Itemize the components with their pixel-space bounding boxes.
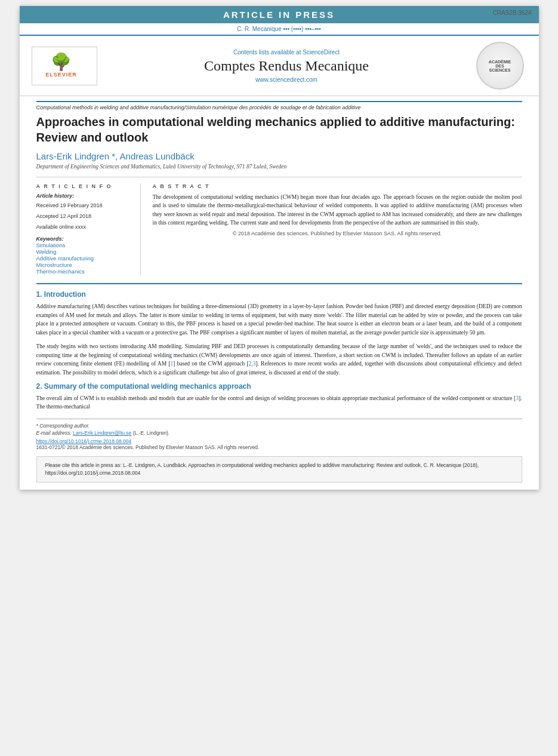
article-history: Article history: Received 19 February 20… [36,193,133,231]
keyword-simulations[interactable]: Simulations [36,242,133,248]
journal-title: Comptes Rendus Mecanique [109,58,464,74]
elsevier-logo: 🌳 ELSEVIER [35,50,88,82]
doi-line: https://doi.org/10.1016/j.crme.2018.08.0… [36,438,522,444]
section2-paragraph1: The overall aim of CWM is to establish m… [36,394,522,411]
bottom-bar: Please cite this article in press as: L.… [36,456,522,483]
section1-paragraph1: Additive manufacturing (AM) describes va… [36,302,522,337]
article-info-header: A R T I C L E I N F O [36,183,133,189]
elsevier-wordmark: ELSEVIER [45,72,77,78]
authors: Lars-Erik Lindgren *, Andreas Lundbäck [36,151,522,161]
academy-logo: ACADÉMIEDESSCIENCES [476,42,524,90]
section1-paragraph2: The study begins with two sections intro… [36,342,522,377]
email-after: (L.-E. Lindgren). [133,430,169,436]
keywords-section: Keywords: Simulations Welding Additive m… [36,236,133,275]
journal-title-area: Contents lists available at ScienceDirec… [97,49,476,83]
ref1-link[interactable]: 1 [170,361,173,367]
abstract-column: A B S T R A C T The development of compu… [153,183,522,275]
footnote-section: * Corresponding author. E-mail address: … [36,419,522,450]
authors-text: Lars-Erik Lindgren *, Andreas Lundbäck [36,151,195,161]
abstract-copyright: © 2018 Académie des sciences. Published … [153,231,522,236]
ref2-link[interactable]: 2,3 [249,361,256,367]
abstract-text: The development of computational welding… [153,193,522,227]
email-link[interactable]: Lars-Erik.Lindgren@ltu.se [73,430,131,436]
article-in-press-banner: ARTICLE IN PRESS [20,6,539,23]
abstract-header: A B S T R A C T [153,183,522,189]
academy-logo-area: ACADÉMIEDESSCIENCES [476,42,527,90]
history-label: Article history: [36,193,133,199]
article-info-column: A R T I C L E I N F O Article history: R… [36,183,141,275]
journal-citation: C. R. Mecanique ••• (••••) •••–••• [20,23,539,35]
elsevier-logo-area: 🌳 ELSEVIER [32,47,97,85]
email-label: E-mail address: [36,430,72,436]
accepted-date: Accepted 12 April 2018 [36,213,92,219]
received-date: Received 19 February 2018 [36,202,103,208]
tree-icon: 🌳 [51,54,72,70]
article-info-abstract: A R T I C L E I N F O Article history: R… [36,177,522,275]
article-id: CRAS2B:3624 [492,10,531,16]
section-divider [36,283,522,284]
keyword-microstructure[interactable]: Microstructure [36,262,133,268]
ref3-link[interactable]: 3 [516,395,519,401]
issn-line: 1631-0721/© 2018 Académie des sciences. … [36,444,522,450]
journal-header: 🌳 ELSEVIER Contents lists available at S… [20,35,539,96]
keyword-welding[interactable]: Welding [36,248,133,255]
science-direct-link-text[interactable]: ScienceDirect [303,49,340,56]
section-topic: Computational methods in welding and add… [36,101,522,110]
academy-logo-text: ACADÉMIEDESSCIENCES [488,59,512,73]
available-online: Available online xxxx [36,224,86,230]
keywords-label: Keywords: [36,236,133,242]
email-line: E-mail address: Lars-Erik.Lindgren@ltu.s… [36,430,522,436]
article-title: Approaches in computational welding mech… [36,114,522,145]
page: ARTICLE IN PRESS CRAS2B:3624 C. R. Mecan… [20,6,539,490]
cite-text: Please cite this article in press as: L.… [45,462,479,476]
affiliation: Department of Engineering Sciences and M… [36,164,522,170]
doi-link[interactable]: https://doi.org/10.1016/j.crme.2018.08.0… [36,438,132,444]
corresponding-author-label: * Corresponding author. [36,423,522,429]
journal-url[interactable]: www.sciencedirect.com [109,76,464,83]
keyword-thermo-mechanics[interactable]: Thermo-mechanics [36,268,133,275]
keyword-additive-manufacturing[interactable]: Additive manufacturing [36,255,133,262]
main-content: Computational methods in welding and add… [20,96,539,490]
section2-heading: 2. Summary of the computational welding … [36,382,522,391]
contents-label: Contents lists available at [233,49,301,56]
section1-heading: 1. Introduction [36,290,522,299]
science-direct-label[interactable]: Contents lists available at ScienceDirec… [109,49,464,56]
